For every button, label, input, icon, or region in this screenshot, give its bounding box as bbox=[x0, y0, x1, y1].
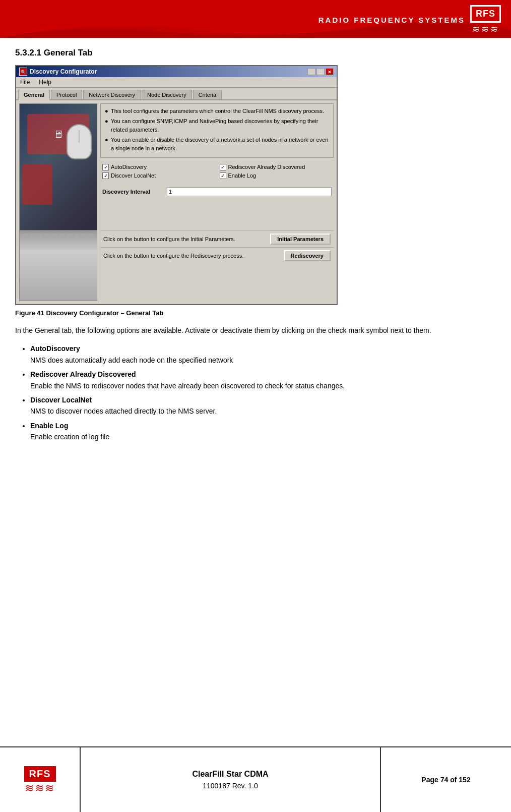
window-controls[interactable]: _ □ ✕ bbox=[307, 68, 334, 75]
initial-params-row: Click on the button to configure the Ini… bbox=[100, 230, 334, 247]
enable-log-option[interactable]: Enable Log bbox=[220, 172, 332, 179]
minimize-button[interactable]: _ bbox=[307, 68, 315, 75]
rfs-logo: RFS bbox=[470, 5, 501, 23]
footer-rfs-box: RFS bbox=[24, 766, 56, 782]
window-title: Discovery Configurator bbox=[30, 68, 97, 75]
footer-center: ClearFill Star CDMA 1100187 Rev. 1.0 bbox=[81, 765, 380, 795]
rediscovery-button[interactable]: Rediscovery bbox=[284, 250, 331, 261]
decorative-image: 🖥 bbox=[20, 104, 97, 301]
rediscovery-text: Click on the button to configure the Red… bbox=[103, 253, 243, 259]
menu-help[interactable]: Help bbox=[37, 78, 53, 86]
autodiscovery-checkbox[interactable] bbox=[102, 164, 109, 170]
window-titlebar: 🔍 Discovery Configurator _ □ ✕ bbox=[16, 66, 337, 77]
initial-parameters-button[interactable]: Initial Parameters bbox=[270, 234, 331, 245]
initial-params-text: Click on the button to configure the Ini… bbox=[103, 236, 235, 242]
feature-desc-4: Enable creation of log file bbox=[30, 433, 109, 441]
spacer bbox=[100, 200, 334, 230]
section-heading: 5.3.2.1 General Tab bbox=[15, 48, 496, 58]
enable-log-label: Enable Log bbox=[228, 172, 257, 179]
rediscovery-row: Click on the button to configure the Red… bbox=[100, 247, 334, 264]
discover-localnet-label: Discover LocalNet bbox=[111, 172, 156, 179]
feature-title-1: AutoDiscovery bbox=[30, 344, 80, 353]
rediscover-option[interactable]: Rediscover Already Discovered bbox=[220, 164, 332, 170]
page-footer: RFS ≋≋≋ ClearFill Star CDMA 1100187 Rev.… bbox=[0, 746, 511, 812]
close-button[interactable]: ✕ bbox=[326, 68, 334, 75]
page-header: RADIO FREQUENCY SYSTEMS RFS ≋≋≋ bbox=[0, 0, 511, 38]
header-company-name: RADIO FREQUENCY SYSTEMS bbox=[318, 16, 465, 24]
feature-title-4: Enable Log bbox=[30, 422, 68, 430]
footer-product-name: ClearFill Star CDMA bbox=[86, 770, 375, 779]
list-item: Rediscover Already Discovered Enable the… bbox=[30, 369, 496, 391]
window-icon: 🔍 bbox=[19, 68, 27, 76]
tab-bar: General Protocol Network Discovery Node … bbox=[16, 88, 337, 100]
footer-logo-cell: RFS ≋≋≋ bbox=[0, 747, 81, 812]
page-number: Page 74 of 152 bbox=[421, 776, 470, 784]
keyboard-decoration bbox=[20, 230, 97, 301]
header-logo-area: RADIO FREQUENCY SYSTEMS RFS ≋≋≋ bbox=[318, 5, 501, 35]
image-panel: 🖥 bbox=[19, 103, 97, 301]
feature-title-2: Rediscover Already Discovered bbox=[30, 370, 136, 378]
feature-list: AutoDiscovery NMS does automatically add… bbox=[15, 343, 496, 442]
window-content: 🖥 bbox=[16, 100, 337, 304]
discover-localnet-option[interactable]: Discover LocalNet bbox=[102, 172, 215, 179]
info-bullet-2: You can configure SNMP,ICMP and NativePi… bbox=[105, 117, 329, 135]
feature-desc-3: NMS to discover nodes attached directly … bbox=[30, 407, 217, 415]
discovery-configurator-window: 🔍 Discovery Configurator _ □ ✕ File Help… bbox=[15, 65, 338, 305]
autodiscovery-label: AutoDiscovery bbox=[111, 164, 147, 170]
list-item: AutoDiscovery NMS does automatically add… bbox=[30, 343, 496, 366]
footer-doc-number: 1100187 Rev. 1.0 bbox=[86, 782, 375, 790]
footer-page-cell: Page 74 of 152 bbox=[380, 747, 511, 812]
info-bullet-1: This tool configures the parameters whic… bbox=[105, 107, 329, 116]
tab-node-discovery[interactable]: Node Discovery bbox=[142, 90, 192, 99]
right-panel: This tool configures the parameters whic… bbox=[100, 103, 334, 301]
main-content: 5.3.2.1 General Tab 🔍 Discovery Configur… bbox=[0, 38, 511, 460]
rfs-waves-icon: ≋≋≋ bbox=[472, 24, 499, 35]
enable-log-checkbox[interactable] bbox=[220, 172, 226, 179]
feature-title-3: Discover LocalNet bbox=[30, 396, 92, 404]
interval-input[interactable] bbox=[167, 187, 332, 196]
mouse-decoration bbox=[67, 124, 92, 159]
tab-criteria[interactable]: Criteria bbox=[193, 90, 222, 99]
info-box: This tool configures the parameters whic… bbox=[100, 103, 334, 158]
interval-label: Discovery Interval bbox=[102, 189, 163, 195]
autodiscovery-option[interactable]: AutoDiscovery bbox=[102, 164, 215, 170]
tab-general[interactable]: General bbox=[18, 90, 50, 100]
rediscover-checkbox[interactable] bbox=[220, 164, 226, 170]
menu-bar: File Help bbox=[16, 77, 337, 88]
footer-rfs-logo: RFS ≋≋≋ bbox=[24, 766, 56, 794]
rediscover-label: Rediscover Already Discovered bbox=[228, 164, 305, 170]
titlebar-left: 🔍 Discovery Configurator bbox=[19, 68, 97, 76]
discover-localnet-checkbox[interactable] bbox=[102, 172, 109, 179]
tab-protocol[interactable]: Protocol bbox=[51, 90, 82, 99]
info-bullet-3: You can enable or disable the discovery … bbox=[105, 136, 329, 153]
figure-caption: Figure 41 Discovery Configurator – Gener… bbox=[15, 309, 496, 317]
maximize-button[interactable]: □ bbox=[316, 68, 325, 75]
menu-file[interactable]: File bbox=[18, 78, 32, 86]
list-item: Discover LocalNet NMS to discover nodes … bbox=[30, 394, 496, 417]
footer-waves-icon: ≋≋≋ bbox=[25, 783, 55, 794]
body-paragraph: In the General tab, the following option… bbox=[15, 325, 496, 336]
options-grid: AutoDiscovery Rediscover Already Discove… bbox=[100, 162, 334, 181]
tab-network-discovery[interactable]: Network Discovery bbox=[83, 90, 141, 99]
feature-desc-1: NMS does automatically add each node on … bbox=[30, 356, 233, 364]
feature-desc-2: Enable the NMS to rediscover nodes that … bbox=[30, 382, 345, 390]
list-item: Enable Log Enable creation of log file bbox=[30, 420, 496, 443]
interval-row: Discovery Interval bbox=[100, 185, 334, 198]
